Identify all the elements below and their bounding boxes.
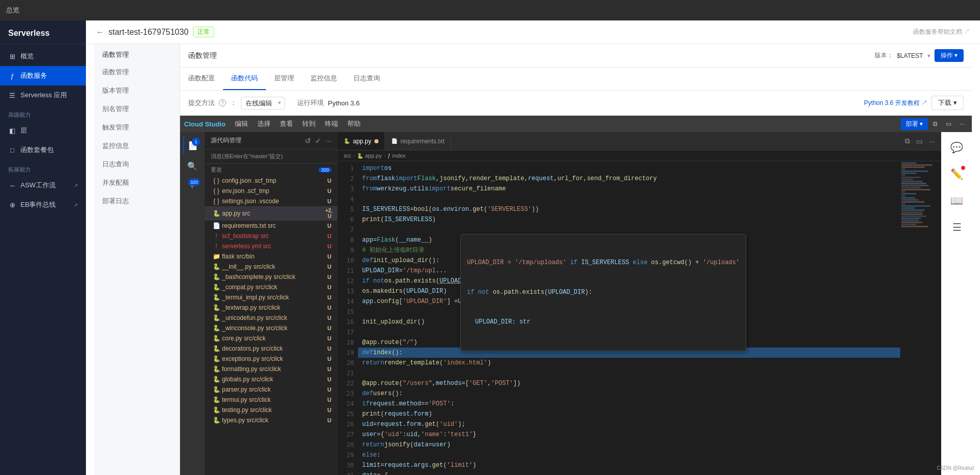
tab-func-config[interactable]: 函数配置 [180,68,223,90]
sidebar-item-asw[interactable]: ↔ ASW工作流 [0,176,86,195]
sidebar-item-overview[interactable]: ⊞ 概览 [0,47,86,66]
submit-method-label: 提交方法 [188,98,215,107]
file-bashcomplete[interactable]: 🐍 _bashcomplete.py src/click U [205,272,338,282]
editor-main: 🐍 app.py 📄 requirements.txt ⧉ [338,132,941,475]
tab-monitor[interactable]: 监控信息 [302,68,345,90]
sub-nav-func-manage[interactable]: 函数管理 [94,63,180,82]
more-tab-icon[interactable]: ··· [927,136,937,146]
code-line-24: if request.method == 'POST': [358,399,900,409]
file-requirements[interactable]: 📄 requirements.txt src U [205,221,338,231]
git-icon[interactable]: ⑂ 320 [183,177,202,196]
version-select[interactable]: $LATEST [897,52,923,59]
code-area[interactable]: 1 2 3 4 5 6 7 8 9 10 [338,161,941,475]
sub-nav-alias[interactable]: 别名管理 [94,100,180,119]
version-arrow[interactable]: ▾ [927,52,930,59]
split-tab-icon[interactable]: ⧉ [903,136,912,146]
sidebar-item-functions[interactable]: ƒ 函数服务 [0,66,86,85]
file-env-json[interactable]: { } env.json .scf_tmp U [205,186,338,196]
breadcrumb-apppy[interactable]: 🐍 app.py [357,153,382,159]
help-icon[interactable]: ? [219,99,226,106]
git-commit-message[interactable]: 消息(按Enter在"master"提交) [205,149,338,164]
file-textwrap[interactable]: 🐍 _textwrap.py src/click U [205,303,338,313]
file-section-changes[interactable]: 更改 320 [205,164,338,176]
file-formatting[interactable]: 🐍 formatting.py src/click U [205,364,338,374]
code-line-23: def users(): [358,388,900,399]
operation-button[interactable]: 操作 ▾ [934,49,964,62]
editor-tab-requirements[interactable]: 📄 requirements.txt [385,132,451,150]
dev-doc-link[interactable]: Python 3.6 开发教程 ↗ [864,99,927,107]
sub-nav-concurrency[interactable]: 并发配额 [94,174,180,192]
file-decorators[interactable]: 🐍 decorators.py src/click U [205,343,338,354]
csdn-footer: CSDN @Realsd [937,465,974,471]
edit-button[interactable]: ✏️ [946,163,968,185]
sub-nav-deploy-log[interactable]: 部署日志 [94,192,180,211]
studio-menu-goto[interactable]: 转到 [298,119,320,128]
py-icon14: 🐍 [213,386,220,393]
file-parser[interactable]: 🐍 parser.py src/click U [205,384,338,395]
submit-method-select[interactable]: 在线编辑 [241,97,285,110]
tab-func-code[interactable]: 函数代码 [223,68,266,90]
studio-menu-edit[interactable]: 编辑 [231,119,252,128]
top-navigation: 腾讯云 总览 云产品 ▾ 🔍 搜索产品、文档... ✦ 小程序 ✉ 15 集团账… [0,0,980,20]
tab-layer-mgmt[interactable]: 层管理 [266,68,302,90]
book-button[interactable]: 📖 [946,189,968,212]
page-title: start-test-1679751030 [108,28,189,37]
layout-tab-icon[interactable]: ▭ [914,136,925,146]
chat-button[interactable]: 💬 [946,136,968,159]
file-core[interactable]: 🐍 core.py src/click U [205,333,338,343]
code-line-20: return render_template('index.html') [358,358,900,368]
json-icon2: { } [213,187,220,195]
breadcrumb-src[interactable]: src [344,153,351,159]
split-editor-icon[interactable]: ⧉ [930,119,941,129]
file-compat[interactable]: 🐍 _compat.py src/click U [205,282,338,292]
file-winconsole[interactable]: 🐍 _winconsole.py src/click U [205,323,338,333]
sub-nav-trigger[interactable]: 触发管理 [94,119,180,137]
file-config-json[interactable]: { } config.json .scf_tmp U [205,176,338,186]
file-app-py[interactable]: 🐍 app.py src +2, U [205,206,338,221]
layout-icon[interactable]: ▭ [943,119,954,129]
file-init-py[interactable]: 🐍 __init__.py src/click U [205,262,338,272]
sub-nav-version[interactable]: 版本管理 [94,82,180,100]
file-settings-json[interactable]: { } settings.json .vscode U [205,196,338,206]
breadcrumb-func[interactable]: ƒ index [388,153,406,159]
studio-menu-view[interactable]: 查看 [276,119,297,128]
sidebar-item-serverless-app[interactable]: ☰ Serverless 应用 [0,85,86,105]
file-termui[interactable]: 🐍 termui.py src/click U [205,395,338,405]
studio-menu-help[interactable]: 帮助 [343,119,365,128]
explorer-icon[interactable]: 📄 1 [183,136,202,155]
studio-menu-select[interactable]: 选择 [253,119,275,128]
file-exceptions[interactable]: 🐍 exceptions.py src/click U [205,354,338,364]
more-icon[interactable]: ··· [956,119,968,129]
more-actions-icon[interactable]: ··· [325,137,331,145]
help-link[interactable]: 函数服务帮助文档 ↗ [913,28,970,36]
file-flask[interactable]: 📁 flask src/bin U [205,251,338,262]
nav-overview[interactable]: 总览 [0,0,980,20]
check-icon[interactable]: ✓ [315,137,321,145]
file-scf-bootstrap[interactable]: ! scf_bootstrap src U [205,231,338,241]
sidebar-item-package[interactable]: □ 函数套餐包 [0,140,86,160]
file-termui-impl[interactable]: 🐍 _termui_impl.py src/click U [205,292,338,303]
sidebar-item-layer[interactable]: ◧ 层 [0,121,86,140]
file-types[interactable]: 🐍 types.py src/click U [205,415,338,425]
file-tree-actions: ↺ ✓ ··· [305,137,331,145]
menu-button[interactable]: ☰ [946,216,968,239]
download-button[interactable]: 下载 ▾ [931,96,964,110]
file-unicodefun[interactable]: 🐍 _unicodefun.py src/click U [205,313,338,323]
refresh-icon[interactable]: ↺ [305,137,311,145]
code-line-8: app = Flask(__name__) UPLOAD_DIR = '/tmp… [358,235,900,245]
sub-nav-logs[interactable]: 日志查询 [94,156,180,174]
studio-menu-terminal[interactable]: 终端 [321,119,342,128]
back-button[interactable]: ← [96,28,104,37]
code-content[interactable]: import os from flask import Flask, jsoni… [358,161,900,475]
editor-tab-app-py[interactable]: 🐍 app.py [338,132,385,150]
sub-nav-monitor[interactable]: 监控信息 [94,137,180,156]
sidebar-item-eb[interactable]: ⊕ EB事件总线 [0,195,86,214]
file-testing[interactable]: 🐍 testing.py src/click U [205,405,338,415]
file-serverless-yml[interactable]: ! serverless.yml src U [205,241,338,251]
modified-dot [374,139,378,143]
studio-bar-right: 部署 ▾ ⧉ ▭ ··· [901,118,968,130]
deploy-button[interactable]: 部署 ▾ [901,118,928,130]
search-side-icon[interactable]: 🔍 [183,157,202,175]
tab-log-query[interactable]: 日志查询 [345,68,388,90]
file-globals[interactable]: 🐍 globals.py src/click U [205,374,338,384]
